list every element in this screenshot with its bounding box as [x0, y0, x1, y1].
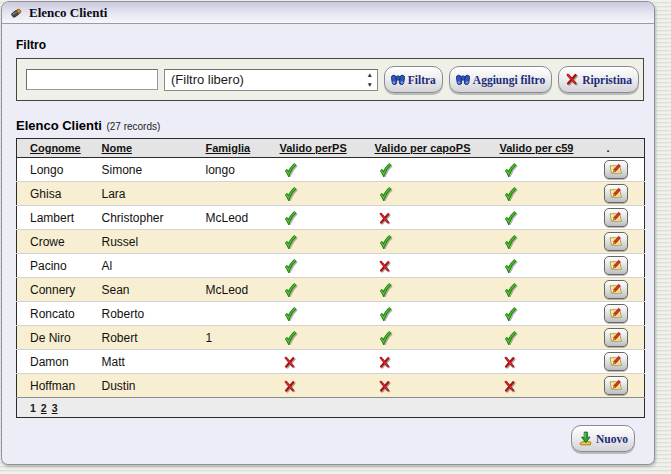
check-icon: [283, 186, 298, 201]
cell-cognome: Ghisa: [17, 182, 97, 206]
pagination-page-link[interactable]: 3: [52, 402, 58, 414]
cell-valido-c59: [495, 374, 602, 398]
note-pencil-icon: [608, 283, 623, 296]
binoculars-icon: [391, 74, 405, 86]
cell-nome: Robert: [97, 326, 201, 350]
check-icon: [503, 210, 518, 225]
cell-valido-perps: [275, 158, 370, 182]
cross-icon: [378, 380, 391, 393]
note-pencil-icon: [608, 211, 623, 224]
cell-nome: Lara: [97, 182, 201, 206]
edit-button[interactable]: [604, 352, 628, 371]
col-header-valido-capops[interactable]: Valido per capoPS: [375, 142, 471, 154]
elenco-clienti-window: Elenco Clienti Filtro (Filtro libero) ▲▼: [1, 1, 655, 465]
check-icon: [378, 282, 393, 297]
col-header-valido-c59[interactable]: Valido per c59: [500, 142, 574, 154]
col-header-famiglia[interactable]: Famiglia: [206, 142, 251, 154]
check-icon: [283, 258, 298, 273]
pagination: 123: [30, 401, 63, 415]
edit-button[interactable]: [604, 328, 628, 347]
cell-valido-capops: [370, 254, 495, 278]
table-body: Longo Simone longo: [17, 158, 645, 398]
check-icon: [503, 330, 518, 345]
cross-icon: [503, 356, 516, 369]
cell-cognome: Lambert: [17, 206, 97, 230]
pagination-page-link[interactable]: 2: [41, 402, 47, 414]
pagination-current-page: 1: [30, 402, 36, 414]
window-title: Elenco Clienti: [29, 5, 107, 21]
cell-valido-perps: [275, 350, 370, 374]
col-header-valido-perps[interactable]: Valido perPS: [280, 142, 347, 154]
table-row: Hoffman Dustin: [17, 374, 645, 398]
edit-button[interactable]: [604, 184, 628, 203]
red-cross-icon: [565, 73, 579, 86]
cell-valido-capops: [370, 350, 495, 374]
cell-nome: Sean: [97, 278, 201, 302]
pencil-tool-icon: [10, 7, 23, 19]
edit-button[interactable]: [604, 208, 628, 227]
cell-valido-capops: [370, 158, 495, 182]
cross-icon: [503, 380, 516, 393]
cell-valido-c59: [495, 182, 602, 206]
check-icon: [283, 282, 298, 297]
cell-edit: [602, 158, 645, 182]
nuovo-button[interactable]: Nuovo: [571, 425, 635, 452]
window-titlebar: Elenco Clienti: [2, 2, 654, 24]
cell-edit: [602, 278, 645, 302]
edit-button[interactable]: [604, 376, 628, 395]
filter-input[interactable]: [26, 69, 158, 90]
table-row: Longo Simone longo: [17, 158, 645, 182]
check-icon: [503, 282, 518, 297]
cross-icon: [283, 380, 296, 393]
cell-cognome: Crowe: [17, 230, 97, 254]
cell-cognome: Longo: [17, 158, 97, 182]
note-pencil-icon: [608, 235, 623, 248]
cell-edit: [602, 326, 645, 350]
note-pencil-icon: [608, 187, 623, 200]
col-header-nome[interactable]: Nome: [102, 142, 133, 154]
cell-famiglia: 1: [201, 326, 275, 350]
clienti-table: Cognome Nome Famiglia Valido perPS Valid…: [16, 138, 645, 418]
cell-nome: Al: [97, 254, 201, 278]
cell-cognome: Roncato: [17, 302, 97, 326]
filter-select-value: (Filtro libero): [165, 70, 363, 90]
list-title: Elenco Clienti: [16, 118, 102, 133]
cell-valido-c59: [495, 254, 602, 278]
cross-icon: [378, 260, 391, 273]
cell-valido-c59: [495, 230, 602, 254]
table-row: De Niro Robert 1: [17, 326, 645, 350]
list-header: Elenco Clienti (27 records): [16, 116, 640, 134]
aggiungi-filtro-button-label: Aggiungi filtro: [473, 74, 545, 86]
filtra-button-label: Filtra: [408, 74, 436, 86]
cell-edit: [602, 350, 645, 374]
up-down-arrows-icon[interactable]: ▲▼: [363, 70, 377, 90]
note-pencil-icon: [608, 307, 623, 320]
note-pencil-icon: [608, 259, 623, 272]
cell-edit: [602, 254, 645, 278]
filtra-button[interactable]: Filtra: [384, 66, 443, 93]
cross-icon: [378, 212, 391, 225]
cell-valido-perps: [275, 230, 370, 254]
edit-button[interactable]: [604, 280, 628, 299]
records-count: (27 records): [106, 121, 160, 132]
check-icon: [283, 162, 298, 177]
cell-cognome: Connery: [17, 278, 97, 302]
edit-button[interactable]: [604, 256, 628, 275]
edit-button[interactable]: [604, 232, 628, 251]
edit-button[interactable]: [604, 160, 628, 179]
cell-valido-perps: [275, 278, 370, 302]
check-icon: [378, 330, 393, 345]
table-row: Pacino Al: [17, 254, 645, 278]
green-arrow-new-icon: [578, 431, 593, 446]
col-header-cognome[interactable]: Cognome: [30, 142, 81, 154]
check-icon: [378, 186, 393, 201]
aggiungi-filtro-button[interactable]: Aggiungi filtro: [449, 66, 552, 93]
note-pencil-icon: [608, 379, 623, 392]
cell-edit: [602, 302, 645, 326]
filter-select[interactable]: (Filtro libero) ▲▼: [164, 69, 378, 91]
cell-nome: Russel: [97, 230, 201, 254]
check-icon: [503, 258, 518, 273]
edit-button[interactable]: [604, 304, 628, 323]
check-icon: [503, 306, 518, 321]
ripristina-button[interactable]: Ripristina: [558, 66, 639, 93]
